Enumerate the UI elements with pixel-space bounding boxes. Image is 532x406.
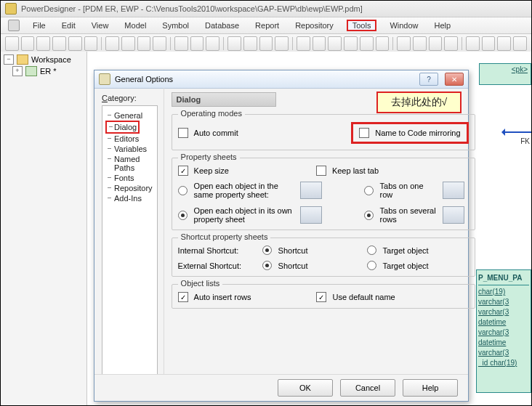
toolbar-button[interactable] — [259, 36, 273, 51]
app-titlebar: PowerDesigner - [PDM ER, EWP - C:\VenusT… — [1, 1, 531, 17]
tree-item-editors[interactable]: Editors — [105, 134, 154, 144]
tabs-several-radio[interactable] — [364, 211, 374, 220]
toolbar-button[interactable] — [121, 36, 135, 51]
toolbar-button[interactable] — [497, 36, 511, 51]
toolbar-button[interactable] — [397, 36, 411, 51]
auto-commit-checkbox[interactable] — [178, 128, 188, 138]
toolbar-button[interactable] — [137, 36, 151, 51]
keep-last-tab-checkbox[interactable] — [316, 166, 326, 176]
category-label: Category: — [102, 94, 158, 102]
tree-item-named-paths[interactable]: Named Paths — [105, 154, 154, 173]
open-same-radio[interactable] — [178, 186, 188, 195]
property-sheets-group: Property sheets Keep size Keep last tab … — [172, 158, 475, 230]
internal-shortcut-radio[interactable] — [262, 245, 272, 255]
tree-collapse-icon[interactable]: − — [4, 54, 14, 65]
dialog-footer: OK Cancel Help — [94, 374, 468, 401]
open-own-radio[interactable] — [178, 211, 188, 220]
shortcut-group: Shortcut property sheets Internal Shortc… — [172, 237, 475, 277]
toolbar-button[interactable] — [313, 36, 326, 51]
menu-model[interactable]: Model — [121, 20, 149, 31]
tabs-one-row-radio[interactable] — [364, 186, 374, 195]
toolbar-button[interactable] — [297, 36, 310, 51]
toolbar-button[interactable] — [153, 36, 166, 51]
tree-item-repository[interactable]: Repository — [105, 183, 154, 193]
toolbar-button[interactable] — [190, 36, 204, 51]
app-icon — [5, 3, 17, 15]
toolbar — [1, 34, 531, 54]
fk-label: FK — [520, 137, 530, 145]
cancel-button[interactable]: Cancel — [340, 379, 395, 397]
toolbar-button[interactable] — [174, 36, 188, 51]
toolbar-button[interactable] — [84, 36, 98, 51]
name-to-code-highlight: Name to Code mirroring — [351, 122, 468, 144]
toolbar-button[interactable] — [21, 36, 35, 51]
toolbar-button[interactable] — [105, 36, 119, 51]
app-title: PowerDesigner - [PDM ER, EWP - C:\VenusT… — [21, 4, 363, 13]
app-window: PowerDesigner - [PDM ER, EWP - C:\VenusT… — [0, 0, 532, 406]
external-target-radio[interactable] — [367, 261, 376, 270]
toolbar-separator — [101, 37, 102, 50]
toolbar-button[interactable] — [344, 36, 358, 51]
toolbar-button[interactable] — [5, 36, 19, 51]
tree-item-dialog[interactable]: Dialog — [105, 121, 140, 134]
auto-insert-checkbox[interactable] — [178, 292, 188, 302]
tree-expand-icon[interactable]: + — [12, 66, 23, 76]
use-default-name-checkbox[interactable] — [316, 292, 326, 302]
menu-symbol[interactable]: Symbol — [159, 20, 192, 31]
fk-arrow-icon — [502, 131, 531, 133]
dialog-title: General Options — [115, 75, 173, 84]
toolbar-button[interactable] — [68, 36, 82, 51]
tree-item-variables[interactable]: Variables — [105, 144, 154, 154]
toolbar-button[interactable] — [275, 36, 289, 51]
tabs-several-icon — [443, 206, 464, 224]
close-button[interactable]: ✕ — [445, 73, 464, 86]
auto-commit-label: Auto commit — [194, 129, 238, 137]
help-button[interactable]: ? — [419, 73, 438, 86]
folder-icon — [17, 54, 28, 65]
menu-repository[interactable]: Repository — [292, 20, 336, 31]
tree-item-fonts[interactable]: Fonts — [105, 173, 154, 183]
external-shortcut-radio[interactable] — [262, 261, 272, 270]
menu-view[interactable]: View — [89, 20, 112, 31]
er-entity-menu[interactable]: P_MENU_PA char(19) varchar(3 varchar(3 d… — [476, 269, 531, 393]
er-entity-top[interactable]: <pk> — [479, 63, 531, 85]
help-button[interactable]: Help — [403, 379, 458, 397]
menu-database[interactable]: Database — [202, 20, 242, 31]
toolbar-separator — [223, 37, 224, 50]
dialog-titlebar[interactable]: General Options ? ✕ — [94, 70, 468, 89]
group-legend: Operating modes — [178, 109, 245, 118]
toolbar-button[interactable] — [328, 36, 342, 51]
menu-file[interactable]: File — [30, 20, 49, 31]
name-to-code-checkbox[interactable] — [359, 128, 369, 138]
system-menu-icon[interactable] — [8, 20, 20, 31]
toolbar-button[interactable] — [429, 36, 443, 51]
toolbar-button[interactable] — [227, 36, 241, 51]
toolbar-button[interactable] — [444, 36, 458, 51]
tree-item-add-ins[interactable]: Add-Ins — [105, 193, 154, 203]
dialog-icon — [99, 73, 110, 85]
category-tree[interactable]: General Dialog Editors Variables Named P… — [102, 105, 158, 391]
toolbar-button[interactable] — [243, 36, 257, 51]
workspace-tree: − Workspace + ER * — [1, 52, 87, 405]
menu-edit[interactable]: Edit — [59, 20, 78, 31]
menu-tools[interactable]: Tools — [347, 20, 377, 31]
toolbar-button[interactable] — [376, 36, 390, 51]
keep-size-checkbox[interactable] — [178, 166, 188, 176]
menu-window[interactable]: Window — [387, 20, 421, 31]
workspace-label[interactable]: Workspace — [31, 55, 71, 64]
ok-button[interactable]: OK — [278, 379, 333, 397]
tree-item-general[interactable]: General — [105, 110, 154, 121]
toolbar-button[interactable] — [36, 36, 50, 51]
toolbar-button[interactable] — [513, 36, 527, 51]
toolbar-button[interactable] — [360, 36, 374, 51]
toolbar-button[interactable] — [413, 36, 427, 51]
toolbar-button[interactable] — [52, 36, 66, 51]
toolbar-button[interactable] — [482, 36, 496, 51]
toolbar-button[interactable] — [466, 36, 480, 51]
internal-target-radio[interactable] — [367, 245, 376, 255]
menu-report[interactable]: Report — [252, 20, 282, 31]
menu-help[interactable]: Help — [432, 20, 454, 31]
category-panel: Category: General Dialog Editors Variabl… — [94, 88, 164, 375]
toolbar-button[interactable] — [206, 36, 219, 51]
er-model-label[interactable]: ER * — [40, 67, 57, 76]
